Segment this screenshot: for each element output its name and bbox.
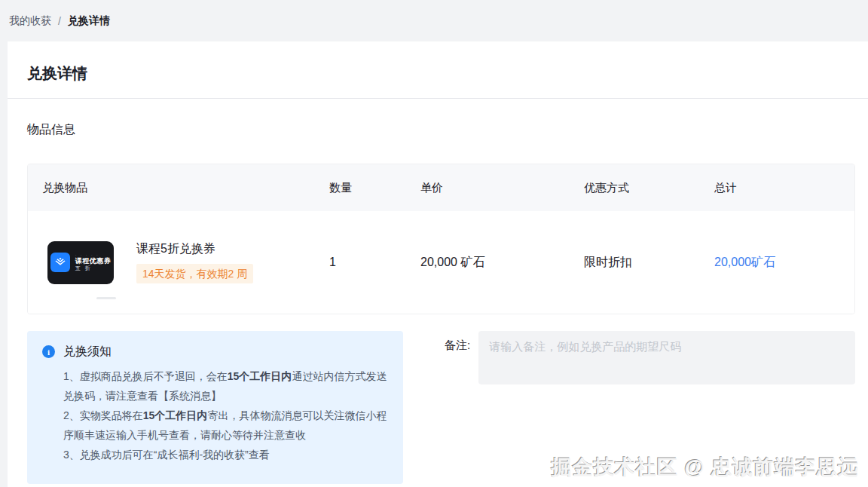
image-decorative-dash <box>96 297 116 299</box>
remark-input[interactable] <box>478 331 855 384</box>
notice-line2-pre: 2、实物奖品将在 <box>63 409 143 421</box>
notice-text: 1、虚拟商品兑换后不予退回，会在15个工作日内通过站内信方式发送兑换码，请注意查… <box>42 366 388 464</box>
product-name: 课程5折兑换券 <box>136 241 215 256</box>
breadcrumb: 我的收获 / 兑换详情 <box>0 0 868 41</box>
coupon-card-graphic: · · · · · 课程优惠券 五 折 <box>47 241 114 284</box>
notice-line1-bold: 15个工作日内 <box>228 370 292 382</box>
coupon-title: 课程优惠券 <box>75 257 112 265</box>
card-header: 兑换详情 <box>8 41 868 99</box>
product-cell: · · · · · 课程优惠券 五 折 课程5折兑换券 14天发货，有效期2 周 <box>28 224 329 301</box>
product-delivery-tag: 14天发货，有效期2 周 <box>136 264 253 283</box>
cell-total: 20,000矿石 <box>714 255 854 271</box>
page-title: 兑换详情 <box>27 63 848 83</box>
breadcrumb-current: 兑换详情 <box>68 14 110 28</box>
header-discount: 优惠方式 <box>584 181 714 195</box>
header-item: 兑换物品 <box>28 181 329 195</box>
remark-section: 备注: <box>445 331 855 384</box>
cell-discount: 限时折扣 <box>584 255 714 271</box>
header-quantity: 数量 <box>329 181 420 195</box>
card-content: 物品信息 兑换物品 数量 单价 优惠方式 总计 <box>8 121 868 484</box>
exchange-detail-card: 兑换详情 物品信息 兑换物品 数量 单价 优惠方式 总计 <box>8 41 868 487</box>
notice-title: 兑换须知 <box>63 344 112 360</box>
notice-line1-pre: 1、虚拟商品兑换后不予退回，会在 <box>63 370 228 382</box>
header-unit-price: 单价 <box>420 181 584 195</box>
header-total: 总计 <box>714 181 854 195</box>
remark-label: 备注: <box>445 338 470 384</box>
exchange-notice-box: i 兑换须知 1、虚拟商品兑换后不予退回，会在15个工作日内通过站内信方式发送兑… <box>27 331 403 484</box>
table-header-row: 兑换物品 数量 单价 优惠方式 总计 <box>28 164 854 211</box>
notice-header: i 兑换须知 <box>42 344 388 360</box>
cell-quantity: 1 <box>329 256 420 269</box>
notice-line3: 3、兑换成功后可在“成长福利-我的收获”查看 <box>63 449 270 461</box>
section-title-item-info: 物品信息 <box>27 121 855 138</box>
coupon-subtitle: 五 折 <box>75 265 112 272</box>
product-image: · · · · · 课程优惠券 五 折 <box>42 224 119 301</box>
item-table: 兑换物品 数量 单价 优惠方式 总计 <box>27 164 855 314</box>
bottom-section: i 兑换须知 1、虚拟商品兑换后不予退回，会在15个工作日内通过站内信方式发送兑… <box>27 331 855 484</box>
juejin-logo-icon <box>50 253 70 272</box>
breadcrumb-parent-link[interactable]: 我的收获 <box>9 14 51 28</box>
table-row: · · · · · 课程优惠券 五 折 课程5折兑换券 14天发货，有效期2 周… <box>28 211 854 314</box>
product-meta: 课程5折兑换券 14天发货，有效期2 周 <box>136 241 253 283</box>
breadcrumb-separator: / <box>58 15 61 27</box>
coupon-card-text: · · · · · 课程优惠券 五 折 <box>75 253 112 272</box>
info-icon: i <box>42 345 55 358</box>
notice-line2-bold: 15个工作日内 <box>143 409 208 421</box>
cell-unit-price: 20,000 矿石 <box>420 255 584 271</box>
